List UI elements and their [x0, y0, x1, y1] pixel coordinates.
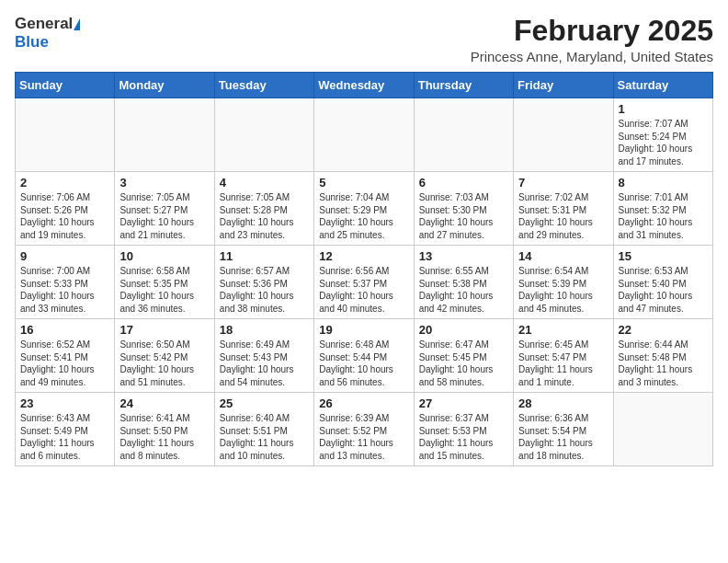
day-of-week-sunday: Sunday — [16, 73, 115, 98]
day-number: 21 — [518, 323, 608, 337]
page-header: General Blue February 2025 Princess Anne… — [15, 15, 713, 64]
calendar-cell — [613, 393, 712, 466]
calendar-cell — [314, 98, 414, 172]
calendar-cell: 28Sunrise: 6:36 AM Sunset: 5:54 PM Dayli… — [514, 393, 613, 466]
day-of-week-thursday: Thursday — [414, 73, 513, 98]
day-number: 7 — [518, 176, 608, 190]
day-number: 8 — [619, 176, 708, 190]
day-number: 4 — [220, 176, 309, 190]
calendar-cell — [16, 98, 115, 172]
day-info: Sunrise: 6:49 AM Sunset: 5:43 PM Dayligh… — [220, 339, 309, 388]
location-text: Princess Anne, Maryland, United States — [471, 49, 713, 64]
day-number: 26 — [319, 396, 408, 410]
calendar-header-row: SundayMondayTuesdayWednesdayThursdayFrid… — [16, 73, 713, 98]
calendar-cell: 26Sunrise: 6:39 AM Sunset: 5:52 PM Dayli… — [314, 393, 414, 466]
day-number: 16 — [20, 323, 109, 337]
day-info: Sunrise: 6:39 AM Sunset: 5:52 PM Dayligh… — [319, 412, 408, 462]
day-info: Sunrise: 7:03 AM Sunset: 5:30 PM Dayligh… — [419, 191, 508, 241]
calendar-week-row: 23Sunrise: 6:43 AM Sunset: 5:49 PM Dayli… — [16, 393, 713, 466]
logo-general-text: General — [15, 15, 73, 33]
day-number: 22 — [619, 323, 708, 337]
day-info: Sunrise: 6:37 AM Sunset: 5:53 PM Dayligh… — [419, 412, 508, 462]
day-number: 10 — [119, 249, 209, 263]
day-number: 19 — [319, 323, 408, 337]
calendar-cell: 17Sunrise: 6:50 AM Sunset: 5:42 PM Dayli… — [115, 319, 214, 393]
day-info: Sunrise: 6:36 AM Sunset: 5:54 PM Dayligh… — [518, 412, 608, 462]
day-info: Sunrise: 6:54 AM Sunset: 5:39 PM Dayligh… — [518, 265, 608, 315]
day-number: 11 — [220, 249, 309, 263]
day-info: Sunrise: 7:07 AM Sunset: 5:24 PM Dayligh… — [619, 118, 708, 167]
day-of-week-wednesday: Wednesday — [314, 73, 414, 98]
day-number: 5 — [319, 176, 408, 190]
logo-triangle-icon — [74, 18, 80, 30]
day-number: 25 — [220, 396, 309, 410]
calendar-cell: 1Sunrise: 7:07 AM Sunset: 5:24 PM Daylig… — [613, 98, 712, 172]
calendar-cell: 2Sunrise: 7:06 AM Sunset: 5:26 PM Daylig… — [16, 172, 115, 246]
day-info: Sunrise: 6:50 AM Sunset: 5:42 PM Dayligh… — [119, 339, 209, 388]
calendar-cell: 8Sunrise: 7:01 AM Sunset: 5:32 PM Daylig… — [613, 172, 712, 246]
calendar-cell: 19Sunrise: 6:48 AM Sunset: 5:44 PM Dayli… — [314, 319, 414, 393]
calendar-cell: 23Sunrise: 6:43 AM Sunset: 5:49 PM Dayli… — [16, 393, 115, 466]
day-info: Sunrise: 7:06 AM Sunset: 5:26 PM Dayligh… — [20, 191, 109, 241]
calendar-cell: 15Sunrise: 6:53 AM Sunset: 5:40 PM Dayli… — [613, 246, 712, 319]
day-info: Sunrise: 7:02 AM Sunset: 5:31 PM Dayligh… — [518, 191, 608, 241]
day-info: Sunrise: 6:40 AM Sunset: 5:51 PM Dayligh… — [220, 412, 309, 462]
day-number: 13 — [419, 249, 508, 263]
day-number: 23 — [20, 396, 109, 410]
calendar-cell — [414, 98, 513, 172]
calendar-cell — [214, 98, 313, 172]
day-info: Sunrise: 6:53 AM Sunset: 5:40 PM Dayligh… — [619, 265, 708, 315]
calendar-table: SundayMondayTuesdayWednesdayThursdayFrid… — [15, 72, 713, 466]
calendar-cell: 7Sunrise: 7:02 AM Sunset: 5:31 PM Daylig… — [514, 172, 613, 246]
calendar-cell: 11Sunrise: 6:57 AM Sunset: 5:36 PM Dayli… — [214, 246, 313, 319]
calendar-cell: 16Sunrise: 6:52 AM Sunset: 5:41 PM Dayli… — [16, 319, 115, 393]
calendar-cell: 20Sunrise: 6:47 AM Sunset: 5:45 PM Dayli… — [414, 319, 513, 393]
day-number: 28 — [518, 396, 608, 410]
calendar-cell — [514, 98, 613, 172]
day-of-week-monday: Monday — [115, 73, 214, 98]
day-info: Sunrise: 6:45 AM Sunset: 5:47 PM Dayligh… — [518, 339, 608, 388]
day-number: 18 — [220, 323, 309, 337]
day-number: 15 — [619, 249, 708, 263]
day-number: 27 — [419, 396, 508, 410]
calendar-cell — [115, 98, 214, 172]
day-number: 2 — [20, 176, 109, 190]
calendar-week-row: 1Sunrise: 7:07 AM Sunset: 5:24 PM Daylig… — [16, 98, 713, 172]
day-number: 3 — [119, 176, 209, 190]
calendar-week-row: 9Sunrise: 7:00 AM Sunset: 5:33 PM Daylig… — [16, 246, 713, 319]
calendar-cell: 6Sunrise: 7:03 AM Sunset: 5:30 PM Daylig… — [414, 172, 513, 246]
day-info: Sunrise: 6:41 AM Sunset: 5:50 PM Dayligh… — [119, 412, 209, 462]
day-info: Sunrise: 6:57 AM Sunset: 5:36 PM Dayligh… — [220, 265, 309, 315]
calendar-cell: 24Sunrise: 6:41 AM Sunset: 5:50 PM Dayli… — [115, 393, 214, 466]
calendar-week-row: 16Sunrise: 6:52 AM Sunset: 5:41 PM Dayli… — [16, 319, 713, 393]
day-number: 12 — [319, 249, 408, 263]
day-info: Sunrise: 7:00 AM Sunset: 5:33 PM Dayligh… — [20, 265, 109, 315]
day-info: Sunrise: 6:48 AM Sunset: 5:44 PM Dayligh… — [319, 339, 408, 388]
title-block: February 2025 Princess Anne, Maryland, U… — [471, 15, 713, 64]
calendar-cell: 22Sunrise: 6:44 AM Sunset: 5:48 PM Dayli… — [613, 319, 712, 393]
calendar-cell: 21Sunrise: 6:45 AM Sunset: 5:47 PM Dayli… — [514, 319, 613, 393]
day-number: 1 — [619, 102, 708, 116]
calendar-cell: 10Sunrise: 6:58 AM Sunset: 5:35 PM Dayli… — [115, 246, 214, 319]
day-info: Sunrise: 7:01 AM Sunset: 5:32 PM Dayligh… — [619, 191, 708, 241]
day-of-week-tuesday: Tuesday — [214, 73, 313, 98]
calendar-cell: 14Sunrise: 6:54 AM Sunset: 5:39 PM Dayli… — [514, 246, 613, 319]
logo: General Blue — [15, 15, 80, 52]
day-info: Sunrise: 7:04 AM Sunset: 5:29 PM Dayligh… — [319, 191, 408, 241]
day-number: 17 — [119, 323, 209, 337]
day-info: Sunrise: 6:58 AM Sunset: 5:35 PM Dayligh… — [119, 265, 209, 315]
calendar-cell: 5Sunrise: 7:04 AM Sunset: 5:29 PM Daylig… — [314, 172, 414, 246]
calendar-cell: 12Sunrise: 6:56 AM Sunset: 5:37 PM Dayli… — [314, 246, 414, 319]
day-number: 9 — [20, 249, 109, 263]
calendar-cell: 18Sunrise: 6:49 AM Sunset: 5:43 PM Dayli… — [214, 319, 313, 393]
day-number: 20 — [419, 323, 508, 337]
day-of-week-saturday: Saturday — [613, 73, 712, 98]
calendar-cell: 9Sunrise: 7:00 AM Sunset: 5:33 PM Daylig… — [16, 246, 115, 319]
calendar-cell: 27Sunrise: 6:37 AM Sunset: 5:53 PM Dayli… — [414, 393, 513, 466]
calendar-cell: 4Sunrise: 7:05 AM Sunset: 5:28 PM Daylig… — [214, 172, 313, 246]
day-number: 14 — [518, 249, 608, 263]
day-number: 24 — [119, 396, 209, 410]
day-info: Sunrise: 6:56 AM Sunset: 5:37 PM Dayligh… — [319, 265, 408, 315]
day-info: Sunrise: 6:47 AM Sunset: 5:45 PM Dayligh… — [419, 339, 508, 388]
day-info: Sunrise: 7:05 AM Sunset: 5:28 PM Dayligh… — [220, 191, 309, 241]
